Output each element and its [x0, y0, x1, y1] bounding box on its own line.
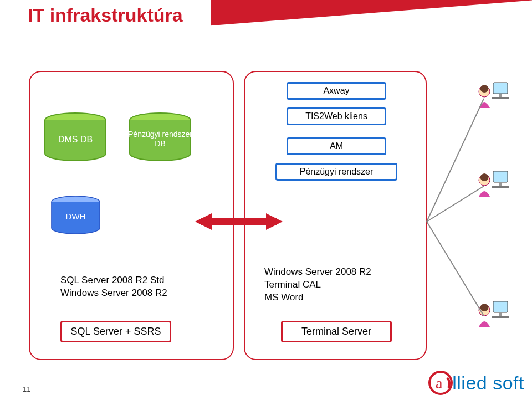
svg-rect-18 [499, 312, 502, 316]
sql-line1: SQL Server 2008 R2 Std [60, 274, 167, 287]
svg-rect-15 [492, 186, 509, 188]
svg-rect-17 [493, 301, 508, 312]
user-icon-middle [475, 169, 510, 202]
page-number: 11 [23, 385, 30, 393]
svg-text:a: a [436, 375, 443, 392]
win-line1: Windows Server 2008 R2 [264, 266, 371, 279]
svg-line-3 [427, 99, 484, 222]
logo-text: llied soft [452, 372, 524, 394]
am-box: AM [287, 137, 386, 155]
svg-rect-13 [493, 171, 508, 182]
win-line3: MS Word [264, 291, 371, 304]
penzugyi-box: Pénzügyi rendszer [275, 163, 397, 181]
sql-ssrs-box: SQL Server + SSRS [60, 321, 171, 342]
db-cylinder-dwh: DWH [49, 195, 102, 239]
svg-rect-11 [492, 97, 509, 99]
db-dwh-label: DWH [49, 212, 102, 222]
db-cylinder-dms: DMS DB [42, 112, 109, 167]
sql-server-text: SQL Server 2008 R2 Std Windows Server 20… [60, 274, 167, 300]
page-title: IT infrakstruktúra [0, 0, 211, 36]
db-dms-label: DMS DB [42, 134, 109, 145]
windows-server-text: Windows Server 2008 R2 Terminal CAL MS W… [264, 266, 371, 304]
svg-rect-9 [493, 83, 508, 94]
terminal-server-box: Terminal Server [281, 321, 392, 342]
svg-rect-14 [499, 182, 502, 186]
win-line2: Terminal CAL [264, 279, 371, 291]
tis2web-box: TIS2Web kliens [287, 107, 386, 125]
user-icon-bottom [475, 299, 510, 332]
svg-rect-19 [492, 316, 509, 318]
svg-rect-10 [499, 94, 502, 97]
db-cylinder-fin: Pénzügyi rendszer DB [127, 112, 193, 167]
user-icon-top [475, 80, 510, 114]
header-red-band [205, 0, 532, 62]
sql-line2: Windows Server 2008 R2 [60, 287, 167, 300]
allied-soft-logo: a llied soft [428, 370, 524, 396]
left-server-panel: DMS DB Pénzügyi rendszer DB DWH SQL Serv… [29, 71, 234, 360]
right-terminal-panel: Axway TIS2Web kliens AM Pénzügyi rendsze… [244, 71, 427, 360]
db-fin-label: Pénzügyi rendszer DB [127, 130, 193, 148]
axway-box: Axway [287, 82, 386, 100]
